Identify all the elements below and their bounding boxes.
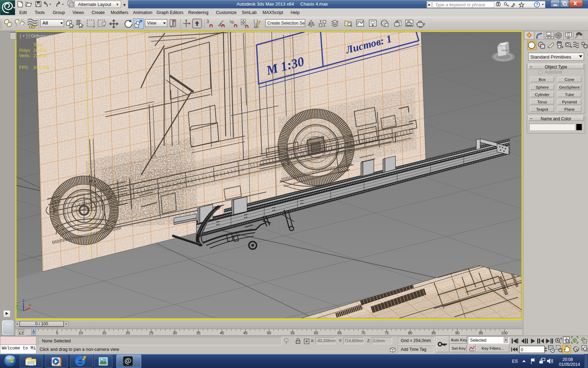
svg-text:60: 60 xyxy=(314,331,318,335)
svg-text:20: 20 xyxy=(126,331,130,335)
svg-text:x: x xyxy=(29,302,31,307)
svg-text:Create Selection Se: Create Selection Se xyxy=(267,21,305,26)
svg-text:40: 40 xyxy=(220,331,224,335)
svg-text:35: 35 xyxy=(196,331,201,335)
svg-text:Standard Primitives: Standard Primitives xyxy=(530,54,571,60)
svg-text:Total: Total xyxy=(33,42,42,47)
svg-text:22,656: 22,656 xyxy=(33,53,47,58)
svg-text:65: 65 xyxy=(337,331,342,335)
svg-text:100: 100 xyxy=(501,331,507,335)
svg-text:%: % xyxy=(230,19,234,25)
svg-text:0: 0 xyxy=(521,347,523,352)
svg-text:80: 80 xyxy=(408,331,412,335)
svg-text:[ + ] [ Orthographic ] [ Hidde: [ + ] [ Orthographic ] [ Hidden Line ] xyxy=(20,34,88,39)
svg-text:Polys:: Polys: xyxy=(19,48,31,53)
svg-text:All: All xyxy=(42,21,48,26)
svg-text:15: 15 xyxy=(102,331,106,335)
svg-text:25: 25 xyxy=(149,331,153,335)
svg-text:26,442: 26,442 xyxy=(33,48,47,53)
svg-text:?: ? xyxy=(536,2,538,7)
svg-text:FRONT: FRONT xyxy=(502,49,509,52)
svg-text:50: 50 xyxy=(267,331,271,335)
svg-text:5: 5 xyxy=(56,331,58,335)
svg-text:3: 3 xyxy=(206,18,209,24)
svg-text:45: 45 xyxy=(243,331,247,335)
svg-text:70: 70 xyxy=(361,331,365,335)
svg-text:85: 85 xyxy=(432,331,436,335)
svg-text:30: 30 xyxy=(173,331,177,335)
svg-text:20:08: 20:08 xyxy=(562,357,573,362)
svg-text:75: 75 xyxy=(385,331,389,335)
svg-text:10: 10 xyxy=(78,331,83,335)
svg-text:UP: UP xyxy=(499,44,502,46)
svg-text:View: View xyxy=(147,21,157,26)
svg-text:343,098: 343,098 xyxy=(33,65,49,70)
svg-text:ES: ES xyxy=(512,359,518,364)
svg-text:y: y xyxy=(16,304,18,309)
svg-text:90: 90 xyxy=(455,331,459,335)
svg-text:z: z xyxy=(22,298,24,303)
svg-text:ABC: ABC xyxy=(254,26,259,28)
svg-text:FPS:: FPS: xyxy=(19,65,29,70)
svg-text:01/05/2014: 01/05/2014 xyxy=(559,362,580,367)
svg-text:Verts:: Verts: xyxy=(19,53,30,58)
svg-text:55: 55 xyxy=(290,331,295,335)
svg-text:95: 95 xyxy=(479,331,483,335)
